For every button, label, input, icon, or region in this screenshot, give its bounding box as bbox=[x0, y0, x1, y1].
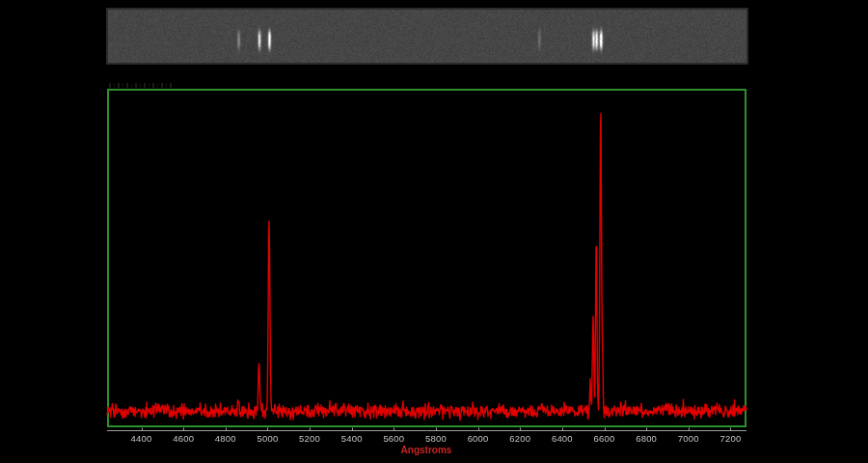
spectrum-plot-canvas[interactable] bbox=[0, 0, 868, 463]
spectroscopy-screen: 4400460048005000520054005600580060006200… bbox=[0, 0, 868, 463]
illegible-title-smudge bbox=[109, 83, 175, 88]
spectrum-plot-window: 4400460048005000520054005600580060006200… bbox=[0, 0, 868, 463]
x-axis-title: Angstroms bbox=[330, 445, 523, 455]
